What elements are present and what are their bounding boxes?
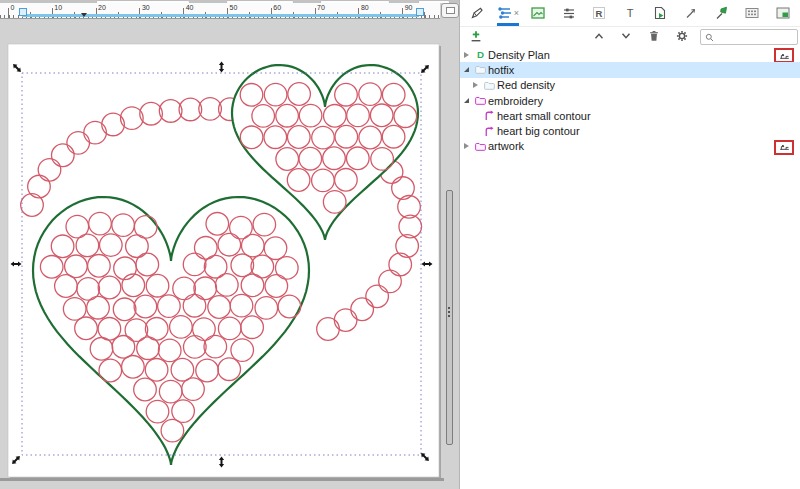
close-tab-icon[interactable]: × (514, 9, 519, 18)
tab-preview-view[interactable] (772, 3, 794, 23)
tab-stitch-edit[interactable] (680, 3, 702, 23)
svg-text:R: R (596, 8, 603, 19)
tree-item-red-density[interactable]: Red density (460, 78, 800, 93)
ruler-number: 60 (273, 4, 281, 11)
expander-collapsed-icon[interactable] (464, 52, 469, 58)
object-tree: DDensity PlanhotfixRed densityembroidery… (460, 47, 800, 154)
expander-expanded-icon[interactable] (464, 67, 469, 72)
machine-badge-toggle[interactable] (774, 48, 794, 63)
ruler-mid-tick (424, 12, 425, 18)
ruler-minor-tick (434, 15, 435, 19)
ruler-minor-tick (4, 15, 5, 19)
panel-actions-bar (460, 27, 800, 46)
delete-button[interactable] (645, 28, 663, 44)
search-input[interactable] (715, 32, 789, 43)
expander-collapsed-icon[interactable] (473, 82, 478, 88)
sequence-view-icon (497, 5, 513, 21)
tree-item-hotfix[interactable]: hotfix (460, 62, 800, 77)
tree-item-heart-big-contour[interactable]: heart big contour (460, 123, 800, 138)
splitter-dot (448, 311, 450, 313)
ruler-number: 10 (54, 4, 62, 11)
tree-item-embroidery[interactable]: embroidery (460, 93, 800, 108)
settings-icon (675, 29, 689, 43)
stitch-icon (483, 125, 496, 138)
expander-slot (464, 143, 473, 149)
delete-icon (647, 29, 661, 43)
ruler-selection-marker[interactable] (19, 8, 27, 16)
expander-expanded-icon[interactable] (464, 98, 469, 103)
design-workspace: 0102030405060708090 (0, 3, 444, 489)
tree-item-label: artwork (488, 140, 524, 152)
tree-item-label: Red density (497, 79, 555, 91)
ruler-number: 20 (98, 4, 106, 11)
search-icon (704, 32, 715, 43)
ruler-minor-tick (0, 15, 1, 19)
icon-slot (482, 79, 497, 92)
image-view-icon (530, 5, 546, 21)
icon-slot (473, 94, 488, 107)
preview-view-icon (775, 5, 791, 21)
ruler-minor-tick (429, 15, 430, 19)
splitter-dot (448, 307, 450, 309)
tab-grid-view[interactable] (741, 3, 763, 23)
expander-slot (464, 52, 473, 58)
tree-item-artwork[interactable]: artwork (460, 139, 800, 154)
pin-tool-icon (714, 5, 730, 21)
expander-collapsed-icon[interactable] (464, 143, 469, 149)
ruler-number: 40 (186, 4, 194, 11)
page-glyph-icon (446, 7, 455, 14)
svg-text:D: D (477, 49, 484, 60)
folder-pale-icon (474, 63, 487, 76)
move-down-button[interactable] (617, 28, 635, 44)
settings-button[interactable] (673, 28, 691, 44)
tab-export-doc[interactable] (649, 3, 671, 23)
add-item-button[interactable] (467, 28, 485, 44)
application-window: 0102030405060708090 ×RT DDensity Planhot… (0, 0, 800, 489)
icon-slot (482, 125, 497, 138)
tree-item-label: hotfix (488, 64, 514, 76)
properties-view-icon (561, 5, 577, 21)
add-item-icon (469, 29, 483, 43)
density-plan-icon: D (474, 48, 487, 61)
ruler-number: 70 (317, 4, 325, 11)
ruler-number: 0 (11, 4, 15, 11)
vertical-scrollbar-thumb[interactable] (446, 190, 453, 445)
text-tool-icon: T (622, 5, 638, 21)
icon-slot (482, 109, 497, 122)
ruler-minor-tick (13, 15, 14, 19)
tab-rhinestone-tool[interactable]: R (588, 3, 610, 23)
tab-sequence-view[interactable]: × (497, 3, 519, 26)
panel-toolbar: ×RT (460, 0, 800, 27)
folder-pale-icon (483, 79, 496, 92)
splitter-dot (448, 315, 450, 317)
svg-text:T: T (627, 7, 634, 19)
tree-item-density-plan[interactable]: DDensity Plan (460, 47, 800, 62)
ruler-major-tick (8, 8, 9, 18)
icon-slot: D (473, 48, 488, 61)
tree-item-heart-small-contour[interactable]: heart small contour (460, 108, 800, 123)
ruler-selection-marker[interactable] (416, 8, 424, 16)
tab-image-view[interactable] (527, 3, 549, 23)
ruler-number: 90 (405, 4, 413, 11)
tree-item-label: heart small contour (497, 110, 591, 122)
tab-pin-tool[interactable] (711, 3, 733, 23)
search-box[interactable] (700, 29, 798, 45)
tab-pen-tool[interactable] (466, 3, 488, 23)
tab-properties-view[interactable] (558, 3, 580, 23)
tab-text-tool[interactable]: T (619, 3, 641, 23)
move-up-button[interactable] (590, 28, 608, 44)
icon-slot (473, 63, 488, 76)
machine-badge-toggle[interactable] (774, 140, 794, 155)
design-canvas[interactable] (0, 3, 444, 489)
ruler-minor-tick (438, 15, 439, 19)
tree-item-label: embroidery (488, 95, 543, 107)
icon-slot (473, 140, 488, 153)
expander-slot (464, 98, 473, 103)
object-panel: ×RT DDensity PlanhotfixRed densityembroi… (459, 0, 800, 489)
horizontal-ruler: 0102030405060708090 (0, 3, 440, 19)
folder-magenta-icon (474, 94, 487, 107)
move-up-icon (592, 29, 606, 43)
ruler-options-button[interactable] (441, 3, 459, 18)
ruler-number: 30 (142, 4, 150, 11)
rhinestone-tool-icon: R (591, 5, 607, 21)
